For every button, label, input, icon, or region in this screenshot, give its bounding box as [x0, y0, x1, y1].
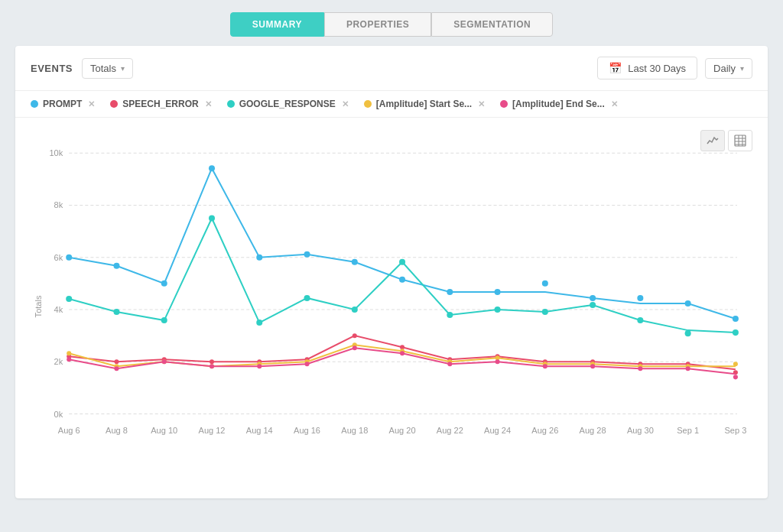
google-dot — [209, 215, 215, 221]
prompt-dot — [685, 300, 691, 307]
prompt-dot — [352, 259, 358, 265]
legend-remove-speech-error[interactable]: ✕ — [205, 99, 212, 109]
amp-end-dot — [686, 366, 690, 371]
calendar-icon: 📅 — [609, 62, 622, 74]
prompt-dot — [637, 295, 643, 301]
chevron-down-icon: ▾ — [121, 64, 125, 73]
amp-end-dot — [210, 364, 214, 368]
google-dot — [733, 329, 739, 336]
google-dot — [161, 317, 167, 323]
date-picker-button[interactable]: 📅 Last 30 Days — [597, 57, 697, 79]
legend-item-prompt: PROMPT ✕ — [31, 99, 95, 109]
y-axis-label: Totals — [34, 295, 43, 317]
x-label-aug10: Aug 10 — [151, 426, 177, 435]
x-label-aug22: Aug 22 — [437, 426, 463, 435]
table-chart-button[interactable] — [728, 130, 752, 151]
google-dot — [66, 296, 72, 302]
amp-end-dot — [400, 351, 404, 355]
prompt-dot — [733, 316, 739, 322]
toolbar: EVENTS Totals ▾ 📅 Last 30 Days Daily ▾ — [15, 46, 768, 91]
legend-dot-prompt — [31, 100, 38, 108]
prompt-line — [69, 168, 736, 319]
y-tick-0k: 0k — [54, 410, 63, 419]
legend-label-amp-end: [Amplitude] End Se... — [512, 99, 605, 109]
google-response-line — [69, 218, 736, 332]
legend-bar: PROMPT ✕ SPEECH_ERROR ✕ GOOGLE_RESPONSE … — [15, 91, 768, 118]
x-label-aug24: Aug 24 — [484, 426, 511, 435]
google-dot — [256, 320, 262, 326]
legend-dot-amp-start — [364, 100, 372, 108]
y-tick-4k: 4k — [54, 305, 63, 314]
prompt-dot — [399, 277, 405, 283]
x-label-aug16: Aug 16 — [294, 426, 320, 435]
x-label-sep3: Sep 3 — [724, 426, 746, 435]
line-chart-button[interactable] — [700, 130, 725, 151]
tab-summary[interactable]: SUMMARY — [230, 12, 324, 37]
legend-remove-google-response[interactable]: ✕ — [342, 99, 349, 109]
y-tick-6k: 6k — [54, 253, 63, 262]
x-label-aug6: Aug 6 — [58, 426, 80, 435]
legend-item-speech-error: SPEECH_ERROR ✕ — [110, 99, 211, 109]
x-label-aug20: Aug 20 — [389, 426, 416, 435]
google-dot — [304, 295, 310, 301]
y-tick-8k: 8k — [54, 200, 63, 209]
chart-view-buttons — [700, 130, 752, 151]
google-dot — [352, 307, 358, 313]
legend-label-speech-error: SPEECH_ERROR — [122, 99, 198, 109]
x-label-aug12: Aug 12 — [199, 426, 226, 435]
line-chart-svg: Totals 10k 8k 6k 4k 2k 0k Aug 6 Aug 8 Au… — [31, 130, 752, 483]
google-dot — [542, 309, 548, 315]
amp-end-dot — [67, 357, 71, 362]
speech-error-dot — [353, 333, 357, 338]
granularity-dropdown[interactable]: Daily ▾ — [705, 58, 752, 79]
amp-start-dot — [733, 362, 738, 366]
legend-dot-amp-end — [500, 100, 508, 108]
google-dot — [399, 259, 405, 265]
x-label-aug14: Aug 14 — [246, 426, 273, 435]
amp-end-dot — [733, 375, 738, 379]
prompt-dot — [66, 255, 72, 261]
totals-label: Totals — [90, 63, 116, 74]
table-icon — [734, 135, 746, 147]
x-label-aug30: Aug 30 — [627, 426, 654, 435]
prompt-dot — [209, 165, 215, 171]
prompt-dot — [113, 263, 119, 269]
totals-dropdown[interactable]: Totals ▾ — [82, 58, 133, 79]
google-dot — [590, 302, 596, 308]
amp-end-dot — [495, 359, 500, 364]
google-dot — [113, 309, 119, 315]
tab-properties[interactable]: PROPERTIES — [324, 12, 431, 37]
prompt-dot — [256, 255, 262, 261]
amp-end-dot — [257, 364, 262, 368]
legend-remove-amp-start[interactable]: ✕ — [478, 99, 485, 109]
x-label-aug28: Aug 28 — [580, 426, 606, 435]
speech-error-dot — [114, 359, 119, 364]
amp-end-dot — [162, 359, 167, 364]
speech-error-dot — [210, 359, 214, 364]
prompt-dot — [590, 295, 596, 301]
main-container: EVENTS Totals ▾ 📅 Last 30 Days Daily ▾ P… — [15, 46, 768, 498]
prompt-dot — [495, 289, 501, 295]
x-label-aug8: Aug 8 — [106, 426, 128, 435]
prompt-dot — [542, 281, 548, 287]
legend-item-amp-start: [Amplitude] Start Se... ✕ — [364, 99, 485, 109]
top-navigation: SUMMARY PROPERTIES SEGMENTATION — [0, 0, 783, 46]
legend-dot-google-response — [227, 100, 235, 108]
legend-dot-speech-error — [110, 100, 118, 108]
legend-remove-amp-end[interactable]: ✕ — [611, 99, 618, 109]
legend-label-amp-start: [Amplitude] Start Se... — [376, 99, 472, 109]
amp-end-dot — [543, 364, 547, 368]
amp-end-dot — [114, 366, 119, 371]
x-label-aug26: Aug 26 — [531, 426, 558, 435]
legend-label-google-response: GOOGLE_RESPONSE — [239, 99, 336, 109]
toolbar-right: 📅 Last 30 Days Daily ▾ — [597, 57, 752, 79]
amp-end-dot — [638, 366, 642, 371]
tab-segmentation[interactable]: SEGMENTATION — [431, 12, 553, 37]
events-label: EVENTS — [31, 63, 73, 74]
amp-start-dot — [67, 351, 71, 355]
legend-remove-prompt[interactable]: ✕ — [88, 99, 95, 109]
google-dot — [495, 307, 501, 313]
amp-end-dot — [447, 362, 452, 366]
prompt-dot — [304, 251, 310, 258]
legend-item-google-response: GOOGLE_RESPONSE ✕ — [227, 99, 349, 109]
